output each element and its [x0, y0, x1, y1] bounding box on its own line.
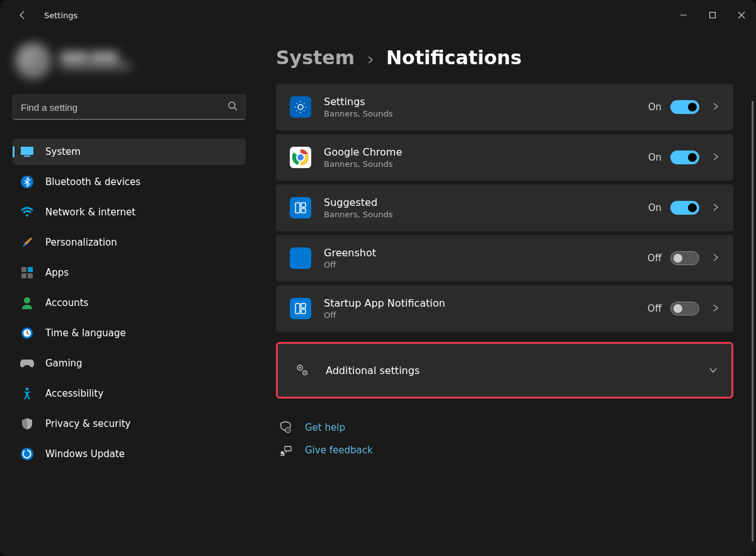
notification-toggle[interactable]	[670, 150, 699, 164]
notification-toggle[interactable]	[670, 201, 699, 215]
nav-list: System Bluetooth & devices Network & int…	[13, 139, 246, 467]
feedback-icon	[278, 444, 292, 457]
sidebar-item-bluetooth[interactable]: Bluetooth & devices	[13, 169, 246, 195]
get-help-label: Get help	[305, 422, 345, 433]
svg-point-2	[229, 102, 235, 108]
sidebar-item-system[interactable]: System	[13, 139, 246, 165]
widgets-icon	[290, 197, 311, 218]
sidebar-item-accessibility[interactable]: Accessibility	[13, 380, 246, 407]
sidebar-item-gaming[interactable]: Gaming	[13, 350, 246, 377]
get-help-link[interactable]: ? Get help	[278, 421, 733, 434]
notification-app-row[interactable]: Google Chrome Banners, Sounds On	[276, 134, 733, 181]
avatar	[15, 43, 52, 79]
clock-icon	[20, 326, 34, 340]
user-name: ████ ████	[60, 52, 130, 62]
search-input[interactable]	[21, 102, 227, 113]
help-icon: ?	[278, 421, 292, 434]
svg-line-3	[234, 108, 237, 110]
sidebar-item-network[interactable]: Network & internet	[13, 199, 246, 225]
sidebar-item-privacy[interactable]: Privacy & security	[13, 411, 246, 437]
app-sub: Banners, Sounds	[324, 109, 648, 118]
svg-rect-1	[710, 13, 716, 18]
svg-point-30	[299, 367, 301, 369]
give-feedback-label: Give feedback	[305, 445, 373, 456]
svg-rect-5	[24, 156, 30, 157]
svg-rect-8	[21, 267, 26, 272]
chrome-icon	[290, 147, 311, 168]
chevron-right-icon	[712, 202, 719, 214]
additional-settings-label: Additional settings	[326, 365, 709, 377]
scrollbar[interactable]	[752, 101, 753, 542]
system-icon	[20, 145, 34, 159]
svg-rect-11	[28, 273, 33, 278]
breadcrumb-parent[interactable]: System	[276, 47, 355, 69]
search-icon	[227, 101, 238, 113]
svg-rect-24	[301, 203, 306, 207]
sidebar-item-label: Bluetooth & devices	[45, 176, 140, 188]
gear-icon	[292, 363, 313, 378]
sidebar-item-label: Network & internet	[45, 207, 135, 218]
minimize-button[interactable]	[669, 3, 698, 28]
svg-point-12	[24, 297, 30, 304]
search-box[interactable]	[13, 94, 246, 120]
bluetooth-icon	[20, 175, 34, 189]
app-sub: Banners, Sounds	[324, 210, 648, 219]
brush-icon	[20, 235, 34, 249]
user-info[interactable]: ████ ████ ████████████	[13, 43, 246, 79]
toggle-state-label: On	[648, 202, 662, 213]
user-email: ████████████	[60, 62, 130, 71]
svg-point-32	[304, 372, 306, 373]
notification-toggle[interactable]	[670, 100, 699, 114]
sidebar-item-label: Accounts	[45, 297, 88, 309]
app-name: Settings	[324, 96, 648, 108]
notification-app-row[interactable]: Settings Banners, Sounds On	[276, 84, 733, 130]
app-title: Settings	[44, 11, 77, 20]
close-button[interactable]	[727, 3, 756, 28]
sidebar-item-apps[interactable]: Apps	[13, 259, 246, 286]
shield-icon	[20, 417, 34, 431]
sidebar-item-update[interactable]: Windows Update	[13, 441, 246, 467]
svg-point-35	[281, 451, 284, 455]
sidebar-item-label: Privacy & security	[45, 418, 130, 429]
sidebar-item-time[interactable]: Time & language	[13, 320, 246, 346]
svg-rect-28	[301, 309, 306, 314]
toggle-state-label: Off	[648, 303, 662, 314]
sidebar-item-label: System	[45, 146, 81, 157]
sidebar-item-personalization[interactable]: Personalization	[13, 229, 246, 256]
toggle-state-label: On	[648, 101, 662, 113]
chevron-right-icon	[712, 303, 719, 315]
apps-icon	[20, 266, 34, 280]
give-feedback-link[interactable]: Give feedback	[278, 444, 733, 457]
chevron-right-icon	[366, 52, 375, 67]
update-icon	[20, 447, 34, 461]
notification-toggle[interactable]	[670, 251, 699, 265]
maximize-button[interactable]	[698, 3, 727, 28]
gamepad-icon	[20, 356, 34, 370]
sidebar-item-accounts[interactable]: Accounts	[13, 290, 246, 316]
additional-settings-row[interactable]: Additional settings	[276, 342, 733, 399]
breadcrumb: System Notifications	[276, 47, 733, 69]
sidebar-item-label: Time & language	[45, 327, 126, 339]
sidebar-item-label: Personalization	[45, 237, 117, 248]
chevron-down-icon	[709, 365, 718, 377]
notification-app-row[interactable]: Greenshot Off Off	[276, 235, 733, 281]
page-title: Notifications	[386, 47, 522, 69]
svg-rect-36	[285, 446, 291, 451]
svg-rect-25	[301, 208, 306, 213]
sidebar-item-label: Accessibility	[45, 388, 103, 399]
svg-rect-10	[21, 273, 26, 278]
toggle-state-label: On	[648, 152, 662, 163]
back-button[interactable]	[13, 5, 33, 25]
app-name: Google Chrome	[324, 146, 648, 158]
wifi-icon	[20, 205, 34, 219]
notification-app-row[interactable]: Startup App Notification Off Off	[276, 285, 733, 332]
svg-rect-27	[301, 304, 306, 308]
svg-rect-9	[28, 267, 33, 272]
greenshot-icon	[290, 247, 311, 269]
notification-app-row[interactable]: Suggested Banners, Sounds On	[276, 184, 733, 231]
app-name: Greenshot	[324, 247, 648, 259]
svg-text:?: ?	[287, 428, 289, 433]
notification-toggle[interactable]	[670, 302, 699, 315]
person-icon	[20, 296, 34, 310]
app-name: Startup App Notification	[324, 297, 648, 309]
